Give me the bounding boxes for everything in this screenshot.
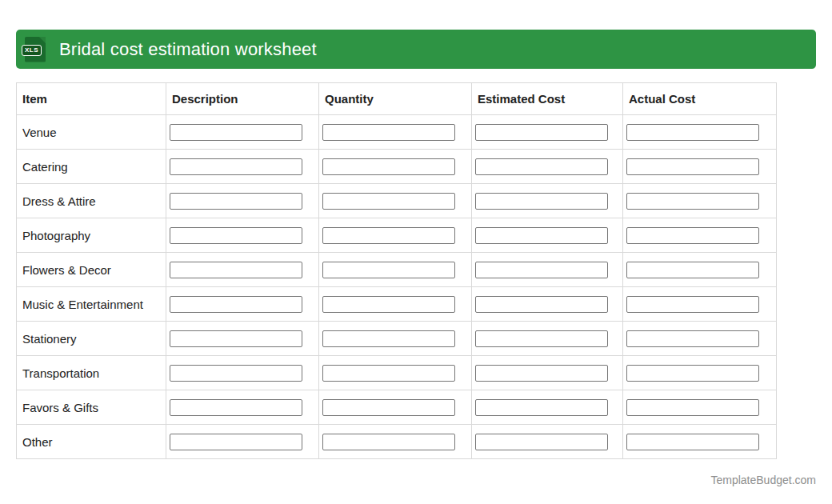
estimated-cost-input[interactable]	[475, 262, 608, 278]
item-label: Music & Entertainment	[17, 287, 166, 322]
estimated-cost-input[interactable]	[475, 399, 608, 416]
estimated-cost-cell	[472, 115, 623, 150]
actual-cost-input[interactable]	[626, 296, 759, 313]
quantity-input[interactable]	[322, 399, 455, 416]
estimated-cost-cell	[472, 184, 623, 218]
quantity-input[interactable]	[322, 262, 455, 278]
estimated-cost-cell	[472, 356, 623, 390]
actual-cost-cell	[623, 356, 777, 390]
estimated-cost-input[interactable]	[475, 193, 608, 210]
quantity-cell	[319, 184, 472, 218]
estimated-cost-cell	[472, 425, 623, 459]
table-row: Dress & Attire	[17, 184, 777, 218]
xls-badge-label: XLS	[22, 45, 42, 56]
estimated-cost-input[interactable]	[475, 434, 608, 450]
column-header-actual-cost: Actual Cost	[623, 83, 777, 115]
table-row: Flowers & Decor	[17, 253, 777, 287]
estimated-cost-input[interactable]	[475, 158, 608, 175]
quantity-cell	[319, 390, 472, 425]
quantity-input[interactable]	[322, 330, 455, 347]
description-input[interactable]	[170, 262, 302, 278]
quantity-input[interactable]	[322, 296, 455, 313]
actual-cost-cell	[623, 184, 777, 218]
quantity-input[interactable]	[322, 365, 455, 382]
table-row: Transportation	[17, 356, 777, 390]
quantity-input[interactable]	[322, 193, 455, 210]
estimated-cost-cell	[472, 390, 623, 425]
column-header-item: Item	[17, 83, 166, 115]
item-label: Photography	[17, 218, 166, 253]
description-input[interactable]	[170, 124, 302, 141]
description-cell	[166, 115, 319, 150]
description-input[interactable]	[170, 296, 302, 313]
quantity-cell	[319, 356, 472, 390]
table-row: Catering	[17, 150, 777, 184]
quantity-input[interactable]	[322, 158, 455, 175]
actual-cost-cell	[623, 322, 777, 356]
estimated-cost-input[interactable]	[475, 330, 608, 347]
header-bar: XLS Bridal cost estimation worksheet	[16, 30, 816, 69]
quantity-cell	[319, 425, 472, 459]
estimated-cost-cell	[472, 150, 623, 184]
quantity-input[interactable]	[322, 227, 455, 244]
item-label: Flowers & Decor	[17, 253, 166, 287]
estimated-cost-input[interactable]	[475, 296, 608, 313]
description-cell	[166, 184, 319, 218]
quantity-input[interactable]	[322, 124, 455, 141]
table-row: Photography	[17, 218, 777, 253]
description-cell	[166, 253, 319, 287]
description-input[interactable]	[170, 399, 302, 416]
actual-cost-input[interactable]	[626, 262, 759, 278]
actual-cost-input[interactable]	[626, 399, 759, 416]
actual-cost-input[interactable]	[626, 227, 759, 244]
column-header-quantity: Quantity	[319, 83, 472, 115]
item-label: Transportation	[17, 356, 166, 390]
actual-cost-cell	[623, 150, 777, 184]
quantity-cell	[319, 115, 472, 150]
quantity-cell	[319, 322, 472, 356]
item-label: Other	[17, 425, 166, 459]
actual-cost-cell	[623, 287, 777, 322]
description-cell	[166, 287, 319, 322]
description-cell	[166, 425, 319, 459]
table-row: Favors & Gifts	[17, 390, 777, 425]
estimated-cost-input[interactable]	[475, 365, 608, 382]
description-cell	[166, 390, 319, 425]
file-fold	[39, 37, 46, 43]
item-label: Dress & Attire	[17, 184, 166, 218]
item-label: Stationery	[17, 322, 166, 356]
table-row: Music & Entertainment	[17, 287, 777, 322]
quantity-cell	[319, 218, 472, 253]
page: XLS Bridal cost estimation worksheet Ite…	[0, 0, 832, 504]
description-cell	[166, 356, 319, 390]
actual-cost-input[interactable]	[626, 330, 759, 347]
quantity-cell	[319, 287, 472, 322]
description-input[interactable]	[170, 158, 302, 175]
actual-cost-input[interactable]	[626, 434, 759, 450]
description-input[interactable]	[170, 365, 302, 382]
actual-cost-input[interactable]	[626, 124, 759, 141]
estimated-cost-input[interactable]	[475, 227, 608, 244]
description-input[interactable]	[170, 193, 302, 210]
description-cell	[166, 322, 319, 356]
description-input[interactable]	[170, 227, 302, 244]
estimated-cost-cell	[472, 322, 623, 356]
worksheet-table: ItemDescriptionQuantityEstimated CostAct…	[16, 82, 777, 459]
table-row: Venue	[17, 115, 777, 150]
actual-cost-cell	[623, 115, 777, 150]
estimated-cost-input[interactable]	[475, 124, 608, 141]
column-header-description: Description	[166, 83, 319, 115]
description-cell	[166, 218, 319, 253]
page-title: Bridal cost estimation worksheet	[59, 39, 317, 60]
item-label: Favors & Gifts	[17, 390, 166, 425]
description-input[interactable]	[170, 434, 302, 450]
description-input[interactable]	[170, 330, 302, 347]
actual-cost-input[interactable]	[626, 158, 759, 175]
actual-cost-input[interactable]	[626, 193, 759, 210]
actual-cost-cell	[623, 253, 777, 287]
table-row: Other	[17, 425, 777, 459]
item-label: Catering	[17, 150, 166, 184]
quantity-input[interactable]	[322, 434, 455, 450]
actual-cost-input[interactable]	[626, 365, 759, 382]
description-cell	[166, 150, 319, 184]
